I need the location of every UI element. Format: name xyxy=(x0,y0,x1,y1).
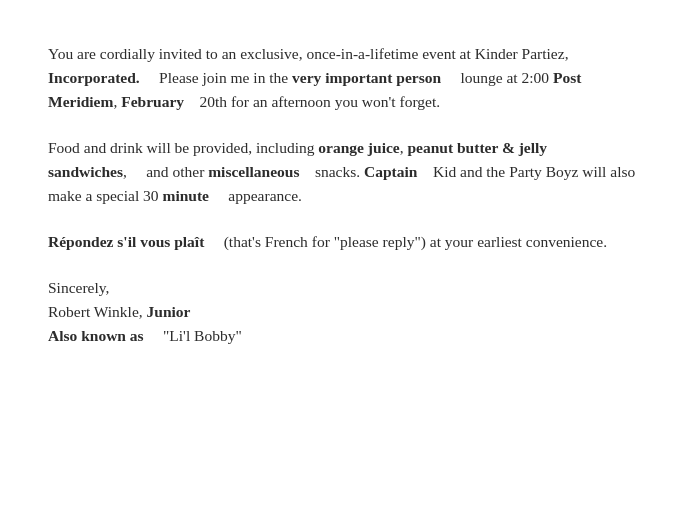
closing-aka: Also known as "Li'l Bobby" xyxy=(48,324,652,348)
text-lounge: lounge at 2:00 xyxy=(441,69,553,86)
paragraph-2: Food and drink will be provided, includi… xyxy=(48,136,652,208)
text-food: Food and drink will be provided, includi… xyxy=(48,139,318,156)
paragraph-3: Répondez s'il vous plaît (that's French … xyxy=(48,230,652,254)
text-minute: minute xyxy=(162,187,209,204)
text-snacks: snacks. xyxy=(299,163,364,180)
text-and-other: , and other xyxy=(123,163,208,180)
text-february: February xyxy=(121,93,184,110)
text-comma: , xyxy=(113,93,121,110)
text-junior: Junior xyxy=(147,303,191,320)
text-misc: miscellaneous xyxy=(208,163,299,180)
text-join: Please join me in the xyxy=(140,69,292,86)
text-vip: very important person xyxy=(292,69,441,86)
letter-content: You are cordially invited to an exclusiv… xyxy=(0,0,700,390)
text-rsvp-expl: (that's French for "please reply") at yo… xyxy=(204,233,607,250)
text-oj: orange juice xyxy=(318,139,399,156)
text-appearance: appearance. xyxy=(209,187,302,204)
paragraph-4-closing: Sincerely, Robert Winkle, Junior Also kn… xyxy=(48,276,652,348)
text-captain: Captain xyxy=(364,163,417,180)
text-intro: You are cordially invited to an exclusiv… xyxy=(48,45,569,62)
text-20th: 20th for an afternoon you won't forget. xyxy=(184,93,440,110)
paragraph-1: You are cordially invited to an exclusiv… xyxy=(48,42,652,114)
closing-name: Robert Winkle, Junior xyxy=(48,300,652,324)
text-also-known-as: Also known as xyxy=(48,327,144,344)
text-incorporated: Incorporated. xyxy=(48,69,140,86)
text-rsvp: Répondez s'il vous plaît xyxy=(48,233,204,250)
closing-sincerely: Sincerely, xyxy=(48,276,652,300)
